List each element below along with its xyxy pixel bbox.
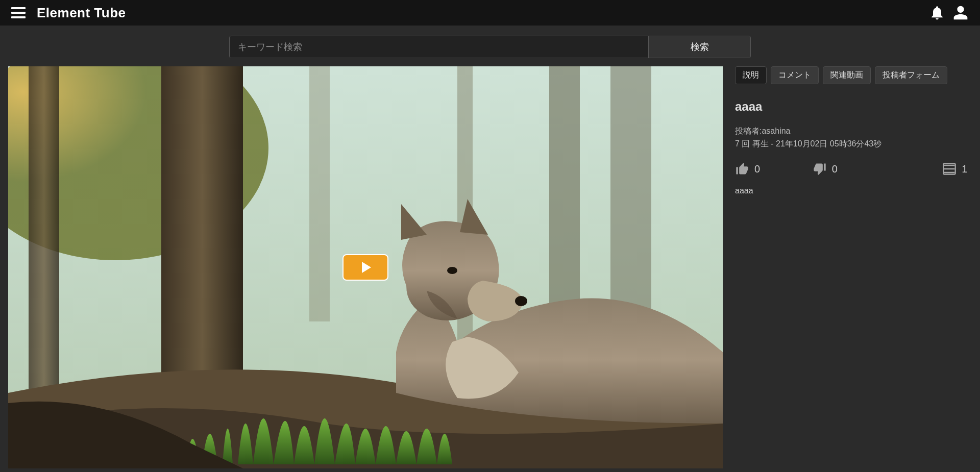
bell-icon[interactable] [929, 5, 945, 21]
stats-row: 0 0 1 [735, 162, 970, 176]
like-stat[interactable]: 0 [735, 162, 813, 176]
tab-bar: 説明 コメント 関連動画 投稿者フォーム [735, 66, 970, 84]
user-icon[interactable] [952, 5, 969, 21]
svg-rect-5 [309, 66, 330, 321]
tab-related[interactable]: 関連動画 [823, 66, 871, 84]
menu-icon[interactable] [11, 7, 26, 18]
dislike-count: 0 [832, 163, 838, 175]
like-count: 0 [754, 163, 760, 175]
playlist-count: 1 [962, 163, 967, 175]
search-button[interactable]: 検索 [648, 36, 750, 58]
uploader-label[interactable]: 投稿者:asahina [735, 126, 970, 137]
tab-comments[interactable]: コメント [771, 66, 819, 84]
list-icon [942, 162, 957, 176]
app-header: Element Tube [0, 0, 980, 26]
svg-point-9 [515, 296, 527, 306]
views-label: 7 回 再生 - 21年10月02日 05時36分43秒 [735, 139, 970, 150]
tab-description[interactable]: 説明 [735, 66, 767, 84]
svg-point-8 [447, 267, 457, 274]
info-sidebar: 説明 コメント 関連動画 投稿者フォーム aaaa 投稿者:asahina 7 … [735, 66, 970, 468]
tab-uploader[interactable]: 投稿者フォーム [875, 66, 947, 84]
svg-rect-7 [29, 66, 59, 424]
playlist-stat[interactable]: 1 [890, 162, 968, 176]
video-description: aaaa [735, 186, 970, 195]
search-bar: 検索 [0, 26, 980, 66]
play-button[interactable] [342, 254, 388, 281]
thumb-down-icon [813, 162, 827, 176]
video-title: aaaa [735, 100, 970, 114]
thumb-up-icon [735, 162, 749, 176]
video-player[interactable] [8, 66, 723, 468]
brand-title[interactable]: Element Tube [37, 5, 126, 21]
search-input[interactable] [230, 36, 648, 58]
dislike-stat[interactable]: 0 [813, 162, 890, 176]
main-content: 説明 コメント 関連動画 投稿者フォーム aaaa 投稿者:asahina 7 … [0, 66, 980, 468]
